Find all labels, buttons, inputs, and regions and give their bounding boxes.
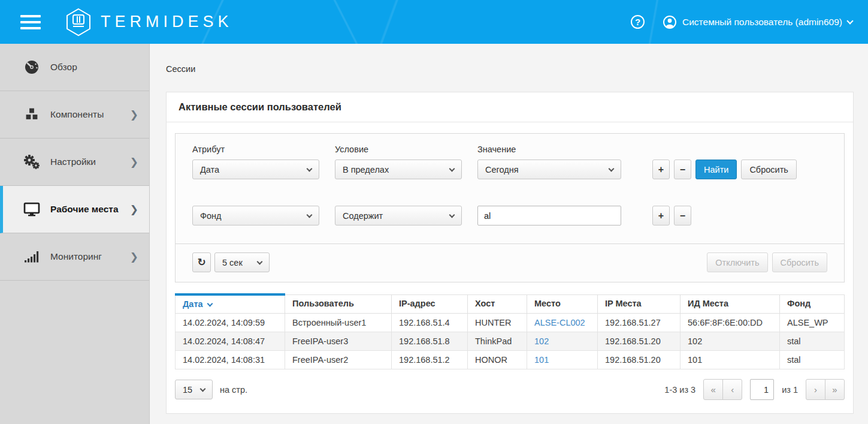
sidebar-item-overview[interactable]: Обзор [0,44,149,91]
remove-filter-button[interactable]: − [674,160,691,179]
value-input[interactable] [477,206,621,225]
chevron-down-icon [449,166,455,172]
total-pages-label: из 1 [782,385,798,395]
chevron-down-icon [449,212,455,218]
refresh-button[interactable]: ↻ [192,252,211,272]
sort-desc-icon [207,301,213,307]
help-icon[interactable]: ? [631,15,645,29]
attribute-label: Атрибут [192,145,319,154]
chevron-down-icon [609,166,615,172]
column-header-pool[interactable]: Фонд [780,294,845,314]
table-header-row: Дата Пользователь IP-адрес Хост Место IP… [176,294,845,314]
column-header-place[interactable]: Место [527,294,598,314]
sidebar-item-components[interactable]: Компоненты ❯ [0,91,149,139]
chevron-right-icon: ❯ [130,156,138,169]
chevron-down-icon [257,259,263,265]
page-size-select[interactable]: 15 [175,380,213,399]
panel-header: Активные сессии пользователей [167,92,853,122]
table-row: 14.02.2024, 14:08:47 FreeIPA-user3 192.1… [176,332,845,351]
table-row: 14.02.2024, 14:08:31 FreeIPA-user2 192.1… [176,351,845,369]
gears-icon [23,154,41,170]
sidebar-item-label: Мониторинг [50,251,130,262]
brand-name: TERMIDESK [101,13,233,31]
chevron-down-icon [307,212,313,218]
value-label: Значение [477,145,621,154]
last-page-button[interactable]: » [825,379,845,400]
sidebar-nav: Обзор Компоненты ❯ [0,44,150,424]
condition-label: Условие [335,145,462,154]
sidebar-item-label: Рабочие места [50,204,130,215]
chevron-down-icon [846,17,853,24]
attribute-select[interactable]: Дата [192,160,319,179]
cubes-icon [23,107,41,122]
search-button[interactable]: Найти [695,160,737,179]
sidebar-item-label: Настройки [50,157,130,167]
pagination: 1-3 из 3 « ‹ из 1 › » [664,379,845,400]
sidebar-item-label: Обзор [50,62,138,73]
reset-sessions-button[interactable]: Сбросить [772,252,827,272]
add-filter-button[interactable]: + [652,160,670,179]
attribute-select[interactable]: Фонд [192,206,319,225]
signal-icon [23,249,41,264]
chevron-down-icon [200,386,206,392]
place-link[interactable]: 101 [527,351,598,369]
hamburger-menu-icon[interactable] [20,15,41,29]
sidebar-item-workplaces[interactable]: Рабочие места ❯ [0,186,149,233]
chevron-right-icon: ❯ [130,109,138,121]
add-filter-button[interactable]: + [652,206,670,225]
range-label: 1-3 из 3 [664,385,695,395]
page-title: Активные сессии пользователей [179,101,341,112]
chevron-right-icon: ❯ [130,203,138,216]
disconnect-button[interactable]: Отключить [707,252,767,272]
sidebar-item-monitoring[interactable]: Мониторинг ❯ [0,233,149,281]
page-number-input[interactable] [750,379,774,400]
breadcrumb: Сессии [166,64,854,74]
main-content: Сессии Активные сессии пользователей Атр… [150,44,868,424]
per-page-label: на стр. [220,385,247,395]
next-page-button[interactable]: › [806,379,825,400]
sessions-table: Дата Пользователь IP-адрес Хост Место IP… [175,293,845,369]
table-toolbar: ↻ 5 сек Отключить Сбросить [176,244,844,282]
column-header-date[interactable]: Дата [176,294,285,314]
remove-filter-button[interactable]: − [674,206,691,225]
reset-filters-button[interactable]: Сбросить [741,160,796,179]
filter-box: Атрибут Условие Значение Дата В пределах… [175,133,845,282]
sidebar-item-settings[interactable]: Настройки ❯ [0,139,149,186]
sidebar-item-label: Компоненты [50,109,130,120]
filter-row-1: Дата В пределах Сегодня + − Найти Сбро [192,160,827,179]
brand-logo[interactable]: TERMIDESK [65,7,233,37]
user-name: Системный пользователь (admin609) [682,17,842,28]
user-avatar-icon [663,15,677,29]
condition-select[interactable]: Содержит [335,206,462,225]
value-select[interactable]: Сегодня [477,160,621,179]
termidesk-logo-icon [65,7,92,37]
gauge-icon [23,59,41,75]
place-link[interactable]: 102 [527,332,598,351]
column-header-place-id[interactable]: ИД Места [681,294,780,314]
table-row: 14.02.2024, 14:09:59 Встроенный-user1 19… [176,314,845,332]
column-header-ip[interactable]: IP-адрес [392,294,468,314]
condition-select[interactable]: В пределах [335,160,462,179]
column-header-host[interactable]: Хост [468,294,527,314]
prev-page-button[interactable]: ‹ [722,379,742,400]
chevron-right-icon: ❯ [130,251,138,263]
chevron-down-icon [307,166,313,172]
monitor-icon [23,202,41,217]
refresh-interval-select[interactable]: 5 сек [214,252,270,272]
column-header-place-ip[interactable]: IP Места [598,294,681,314]
column-header-user[interactable]: Пользователь [285,294,392,314]
top-header: TERMIDESK ? Системный пользователь (admi… [0,0,868,44]
first-page-button[interactable]: « [703,379,723,400]
filter-row-2: Фонд Содержит + − [192,206,827,225]
user-menu[interactable]: Системный пользователь (admin609) [663,15,852,29]
place-link[interactable]: ALSE-CL002 [527,314,598,332]
sessions-panel: Активные сессии пользователей Атрибут Ус… [166,92,854,414]
table-footer: 15 на стр. 1-3 из 3 « ‹ из 1 › » [175,379,845,400]
